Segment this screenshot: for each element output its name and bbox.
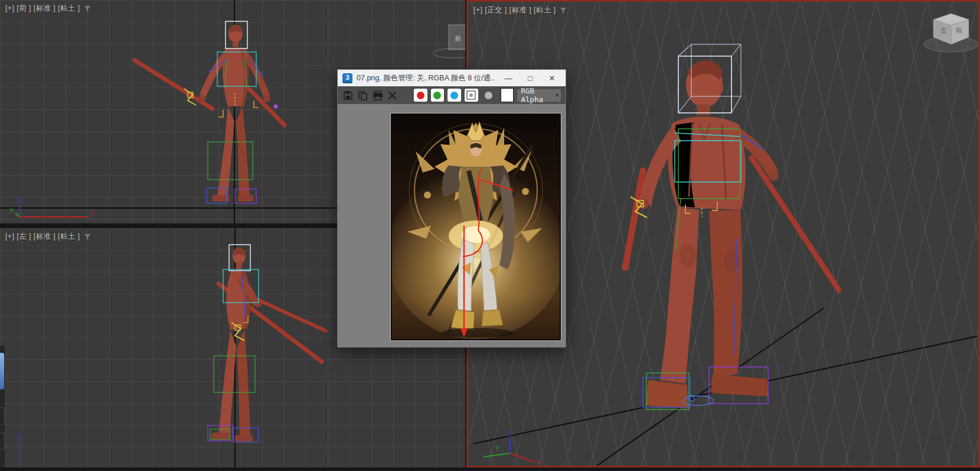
svg-text:X: X [537,459,541,466]
svg-text:Z: Z [18,196,22,203]
maximize-button[interactable]: □ [521,72,539,85]
image-viewer-window[interactable]: 3 07.png, 颜色管理: 关, RGBA 颜色 8 位/通... — □ … [337,69,566,347]
3dsmax-app-icon: 3 [342,73,352,83]
viewport-ortho-label-text[interactable]: [+] [正交 ] [标准 ] [粘土 ] [473,5,556,15]
svg-text:前: 前 [455,35,462,42]
left-clay-model [211,248,262,442]
svg-text:Z: Z [17,433,21,440]
close-button[interactable]: ✕ [543,72,561,85]
viewcube-ortho-viewport[interactable]: 左 前 [924,14,978,52]
svg-text:Y: Y [9,207,14,214]
viewport-left-label-text[interactable]: [+] [左 ] [标准 ] [粘土 ] [5,232,80,242]
image-window-toolbar: RGB Alpha ▼ [338,86,566,104]
svg-text:Y: Y [495,445,500,452]
viewport-left-label[interactable]: [+] [左 ] [标准 ] [粘土 ] [5,232,91,242]
filter-funnel-icon[interactable] [560,7,567,14]
svg-text:X: X [90,209,95,216]
svg-text:前: 前 [955,27,962,34]
left-axis-tripod: Z [17,433,21,467]
image-window-titlebar[interactable]: 3 07.png, 颜色管理: 关, RGBA 颜色 8 位/通... — □ … [338,70,566,86]
delete-icon[interactable] [387,89,398,102]
3dsmax-workspace: [+] [前 ] [标准 ] [粘土 ] [0,0,980,471]
image-window-title: 07.png, 颜色管理: 关, RGBA 颜色 8 位/通... [357,73,495,83]
image-window-client-area [338,104,566,347]
red-channel-button[interactable] [414,89,427,102]
channel-dropdown[interactable]: RGB Alpha ▼ [517,89,561,102]
filter-funnel-icon[interactable] [84,233,91,241]
left-edge-panel [0,346,5,467]
front-clay-model [198,25,270,202]
alpha-channel-button[interactable] [465,89,478,102]
reference-image [391,113,561,340]
svg-text:左: 左 [940,27,947,34]
minimize-button[interactable]: — [499,72,517,85]
blue-channel-button[interactable] [447,89,461,102]
front-axis-tripod: X Z Y [9,196,95,217]
viewport-front-label[interactable]: [+] [前 ] [标准 ] [粘土 ] [5,4,91,14]
left-edge-slot [1,407,5,425]
left-edge-blue-tab[interactable] [0,353,4,389]
filter-funnel-icon[interactable] [84,5,91,12]
print-icon[interactable] [372,89,383,102]
chevron-down-icon: ▼ [556,93,558,98]
green-channel-button[interactable] [431,89,445,102]
svg-text:Z: Z [508,430,512,437]
viewport-front-label-text[interactable]: [+] [前 ] [标准 ] [粘土 ] [5,4,80,14]
left-edge-slot [1,432,5,450]
viewport-ortho-label[interactable]: [+] [正交 ] [标准 ] [粘土 ] [473,5,567,15]
background-color-swatch[interactable] [501,88,514,102]
copy-icon[interactable] [357,89,368,102]
save-icon[interactable] [342,89,354,102]
mono-channel-button[interactable] [482,89,495,102]
front-rig-overlays [184,21,278,203]
channel-dropdown-value: RGB Alpha [521,86,556,104]
viewcube-front-viewport[interactable]: 前 [433,25,465,58]
